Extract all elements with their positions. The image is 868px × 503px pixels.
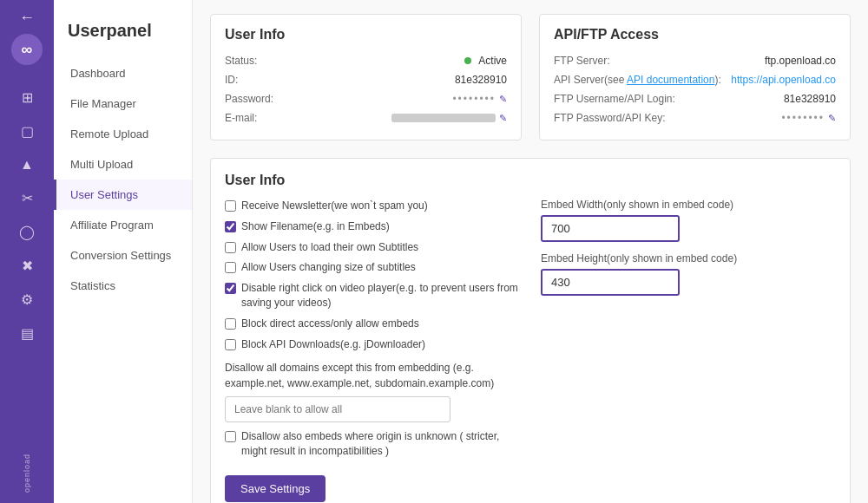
id-row: ID: 81e328910 — [225, 70, 507, 89]
user-info-section-title: User Info — [225, 173, 836, 188]
nav-icon-files[interactable]: ▢ — [21, 123, 34, 140]
embed-fields-col: Embed Width(only shown in embed code) Em… — [541, 199, 836, 502]
status-value: Active — [464, 55, 507, 67]
top-grid: User Info Status: Active ID: 81e328910 P… — [210, 14, 851, 140]
password-value: •••••••• ✎ — [452, 93, 507, 105]
nav-icon-scissors[interactable]: ✂ — [22, 190, 33, 206]
checkbox-disallow-unknown: Disallow also embeds where origin is unk… — [225, 429, 523, 459]
ftp-password-edit-icon[interactable]: ✎ — [828, 113, 836, 124]
nav-icon-settings[interactable]: ⚙ — [21, 291, 33, 308]
user-info-top-title: User Info — [225, 27, 507, 42]
back-icon[interactable]: ← — [19, 9, 35, 27]
checkbox-filename: Show Filename(e.g. in Embeds) — [225, 219, 523, 234]
embed-width-input[interactable] — [541, 215, 680, 242]
ftp-password-row: FTP Password/API Key: •••••••• ✎ — [554, 108, 836, 127]
checkbox-newsletter: Receive Newsletter(we won`t spam you) — [225, 199, 523, 213]
nav-icon-share[interactable]: ✖ — [22, 258, 33, 274]
api-ftp-card: API/FTP Access FTP Server: ftp.openload.… — [539, 14, 851, 140]
sidebar-item-affiliate[interactable]: Affiliate Program — [54, 210, 192, 240]
checkbox-disallow-unknown-input[interactable] — [225, 431, 236, 442]
api-server-label: API Server(see API documentation): — [554, 74, 721, 86]
api-server-value: https://api.openload.co — [731, 74, 836, 86]
main-content: User Info Status: Active ID: 81e328910 P… — [193, 0, 868, 503]
checkbox-api-downloads-input[interactable] — [225, 339, 236, 350]
email-masked — [391, 114, 496, 122]
password-edit-icon[interactable]: ✎ — [499, 94, 507, 105]
domain-input[interactable] — [225, 396, 450, 422]
user-info-section: User Info Receive Newsletter(we won`t sp… — [210, 158, 851, 503]
user-info-top-card: User Info Status: Active ID: 81e328910 P… — [210, 14, 522, 140]
email-row: E-mail: ✎ — [225, 108, 507, 127]
sidebar-item-remote-upload[interactable]: Remote Upload — [54, 119, 192, 149]
checkbox-api-downloads: Block API Downloads(e.g. jDownloader) — [225, 337, 523, 352]
sidebar-item-dashboard[interactable]: Dashboard — [54, 58, 192, 88]
password-label: Password: — [225, 93, 273, 105]
checkbox-subtitles-input[interactable] — [225, 242, 236, 253]
ftp-username-value: 81e328910 — [784, 93, 836, 105]
nav-icon-dashboard[interactable]: ⊞ — [22, 89, 33, 106]
password-row: Password: •••••••• ✎ — [225, 89, 507, 108]
domain-section: Disallow all domains except this from em… — [225, 360, 523, 422]
ftp-server-value: ftp.openload.co — [765, 55, 836, 67]
ftp-username-row: FTP Username/API Login: 81e328910 — [554, 89, 836, 108]
checkbox-subtitle-size: Allow Users changing size of subtitles — [225, 260, 523, 275]
api-server-row: API Server(see API documentation): https… — [554, 70, 836, 89]
id-label: ID: — [225, 74, 238, 86]
email-edit-icon[interactable]: ✎ — [499, 113, 507, 124]
ftp-password-label: FTP Password/API Key: — [554, 112, 666, 124]
logo-icon: ∞ — [11, 34, 43, 65]
sidebar: Userpanel Dashboard File Manager Remote … — [54, 0, 193, 503]
checkbox-newsletter-input[interactable] — [225, 200, 236, 212]
checkbox-direct-access-input[interactable] — [225, 318, 236, 330]
nav-icon-upload[interactable]: ▲ — [20, 157, 34, 173]
api-ftp-title: API/FTP Access — [554, 27, 836, 42]
embed-width-label: Embed Width(only shown in embed code) — [541, 199, 836, 211]
checkbox-subtitles: Allow Users to load their own Subtitles — [225, 240, 523, 255]
ftp-server-row: FTP Server: ftp.openload.co — [554, 51, 836, 70]
nav-icon-stats[interactable]: ▤ — [21, 325, 34, 342]
ftp-username-label: FTP Username/API Login: — [554, 93, 675, 105]
status-dot — [464, 57, 471, 64]
checkbox-rightclick-input[interactable] — [225, 283, 236, 294]
brand-label: openload — [23, 454, 31, 493]
checkbox-filename-input[interactable] — [225, 221, 236, 232]
embed-height-input[interactable] — [541, 269, 680, 296]
email-label: E-mail: — [225, 112, 257, 124]
domain-desc: Disallow all domains except this from em… — [225, 360, 523, 391]
save-settings-button[interactable]: Save Settings — [225, 475, 326, 502]
email-value: ✎ — [391, 113, 507, 124]
sidebar-item-statistics[interactable]: Statistics — [54, 271, 192, 301]
sidebar-item-file-manager[interactable]: File Manager — [54, 88, 192, 119]
embed-width-group: Embed Width(only shown in embed code) — [541, 199, 836, 242]
checkbox-rightclick: Disable right click on video player(e.g.… — [225, 281, 523, 310]
checkbox-direct-access: Block direct access/only allow embeds — [225, 317, 523, 331]
ftp-password-value: •••••••• ✎ — [781, 112, 836, 124]
sidebar-item-user-settings[interactable]: User Settings — [54, 180, 192, 210]
status-row: Status: Active — [225, 51, 507, 70]
ftp-server-label: FTP Server: — [554, 55, 609, 67]
embed-height-group: Embed Height(only shown in embed code) — [541, 252, 836, 296]
checkbox-subtitle-size-input[interactable] — [225, 262, 236, 273]
sidebar-item-conversion[interactable]: Conversion Settings — [54, 240, 192, 271]
sidebar-title: Userpanel — [54, 14, 192, 58]
icon-bar: ← ∞ ⊞ ▢ ▲ ✂ ◯ ✖ ⚙ ▤ openload — [0, 0, 54, 503]
user-info-settings-grid: Receive Newsletter(we won`t spam you) Sh… — [225, 199, 836, 502]
id-value: 81e328910 — [455, 74, 507, 86]
checkboxes-col: Receive Newsletter(we won`t spam you) Sh… — [225, 199, 523, 502]
sidebar-item-multi-upload[interactable]: Multi Upload — [54, 149, 192, 180]
embed-height-label: Embed Height(only shown in embed code) — [541, 252, 836, 265]
nav-icon-user[interactable]: ◯ — [19, 224, 35, 240]
status-label: Status: — [225, 55, 257, 67]
